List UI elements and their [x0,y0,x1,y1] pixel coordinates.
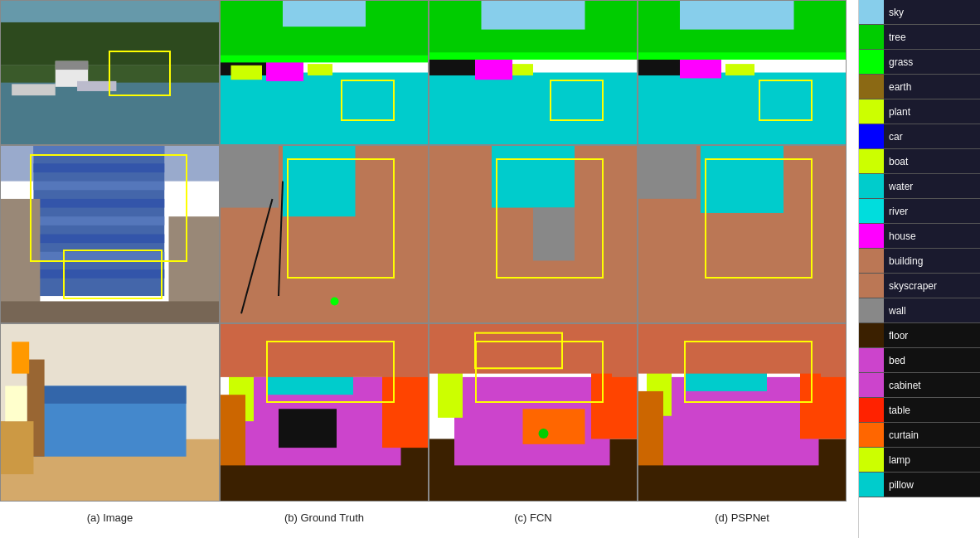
row2-col3-fcn [429,145,638,323]
row1-col1-image [0,0,220,145]
colormap-item-lamp: lamp [859,448,980,473]
colormap-label-earth: earth [884,81,980,93]
caption-psp: (d) PSPNet [711,507,774,528]
row3-col2-gt [220,323,429,502]
colormap-item-house: house [859,224,980,249]
colormap-item-skyscraper: skyscraper [859,274,980,298]
row3-col1-image [0,323,220,502]
colormap-swatch-grass [859,50,884,74]
colormap-label-lamp: lamp [884,454,980,466]
row2-col2-gt [220,145,429,323]
colormap-label-car: car [884,131,980,143]
colormap-label-floor: floor [884,330,980,342]
colormap-item-table: table [859,398,980,423]
colormap-swatch-sky [859,0,884,24]
colormap-label-house: house [884,230,980,242]
colormap-label-skyscraper: skyscraper [884,280,980,292]
colormap-item-building: building [859,249,980,274]
colormap-swatch-floor [859,323,884,347]
row2-col4-psp [638,145,847,323]
row1-col2-gt [220,0,429,145]
colormap-label-water: water [884,181,980,192]
colormap-item-pillow: pillow [859,473,980,497]
colormap-swatch-river [859,199,884,223]
colormap-item-grass: grass [859,50,980,75]
row3-col3-fcn [429,323,638,502]
colormap-label-curtain: curtain [884,429,980,441]
colormap-swatch-water [859,174,884,198]
colormap-item-tree: tree [859,25,980,50]
colormap-label-grass: grass [884,56,980,68]
colormap-label-building: building [884,255,980,267]
colormap-swatch-lamp [859,448,884,472]
caption-fcn: (c) FCN [510,507,556,528]
colormap-swatch-building [859,249,884,273]
colormap-swatch-curtain [859,423,884,447]
colormap-swatch-boat [859,149,884,173]
colormap-swatch-bed [859,348,884,372]
caption-image: (a) Image [83,507,138,528]
row1-col4-psp [638,0,847,145]
colormap-swatch-earth [859,75,884,99]
colormap-swatch-house [859,224,884,248]
colormap-swatch-car [859,124,884,148]
colormap-label-river: river [884,206,980,217]
colormap-swatch-plant [859,99,884,124]
colormap-label-plant: plant [884,106,980,118]
colormap-item-bed: bed [859,348,980,373]
colormap-item-boat: boat [859,149,980,174]
row1-col3-fcn [429,0,638,145]
main-container: (a) Image (b) Ground Truth (c) FCN (d) P… [0,0,980,538]
colormap-swatch-pillow [859,473,884,497]
colormap-label-table: table [884,405,980,416]
row3-col4-psp [638,323,847,502]
colormap-item-sky: sky [859,0,980,25]
colormap-label-tree: tree [884,32,980,43]
colormap-swatch-tree [859,25,884,49]
colormap-item-river: river [859,199,980,224]
colormap-sidebar: skytreegrassearthplantcarboatwaterriverh… [858,0,980,538]
colormap-swatch-wall [859,298,884,322]
colormap-label-sky: sky [884,7,980,18]
colormap-swatch-skyscraper [859,274,884,298]
colormap-label-bed: bed [884,355,980,366]
image-grid: (a) Image (b) Ground Truth (c) FCN (d) P… [0,0,858,538]
colormap-item-water: water [859,174,980,199]
colormap-item-curtain: curtain [859,423,980,448]
colormap-label-pillow: pillow [884,479,980,491]
colormap-label-cabinet: cabinet [884,380,980,391]
colormap-item-cabinet: cabinet [859,373,980,398]
caption-gt: (b) Ground Truth [280,507,368,528]
colormap-item-car: car [859,124,980,149]
row2-col1-image [0,145,220,323]
colormap-label-wall: wall [884,305,980,317]
colormap-item-plant: plant [859,99,980,124]
colormap-swatch-table [859,398,884,422]
colormap-item-wall: wall [859,298,980,323]
colormap-item-floor: floor [859,323,980,348]
colormap-label-boat: boat [884,156,980,167]
colormap-swatch-cabinet [859,373,884,397]
colormap-item-earth: earth [859,75,980,99]
